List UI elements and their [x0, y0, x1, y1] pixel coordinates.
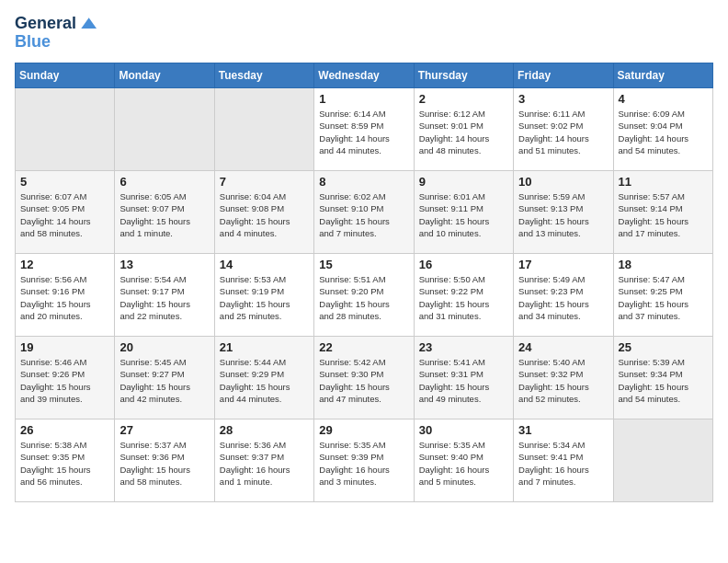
calendar-cell: 1Sunrise: 6:14 AMSunset: 8:59 PMDaylight…: [314, 88, 414, 171]
day-number: 14: [220, 258, 309, 271]
day-number: 12: [20, 258, 109, 271]
day-number: 23: [419, 340, 508, 354]
day-number: 21: [220, 340, 309, 354]
calendar-cell: 21Sunrise: 5:44 AMSunset: 9:29 PMDayligh…: [214, 337, 313, 419]
logo: General Blue: [15, 15, 97, 52]
day-number: 15: [319, 258, 408, 271]
day-number: 7: [220, 175, 309, 189]
day-number: 27: [119, 423, 209, 437]
day-number: 9: [419, 175, 508, 189]
day-number: 4: [619, 92, 708, 106]
calendar-cell: 20Sunrise: 5:45 AMSunset: 9:27 PMDayligh…: [115, 337, 214, 419]
day-number: 31: [518, 423, 608, 437]
calendar-cell: 9Sunrise: 6:01 AMSunset: 9:11 PMDaylight…: [414, 171, 513, 254]
calendar-cell: 23Sunrise: 5:41 AMSunset: 9:31 PMDayligh…: [414, 337, 513, 419]
day-info: Sunrise: 5:59 AMSunset: 9:13 PMDaylight:…: [518, 190, 608, 239]
day-info: Sunrise: 5:36 AMSunset: 9:37 PMDaylight:…: [220, 439, 309, 488]
svg-marker-0: [81, 18, 97, 29]
day-info: Sunrise: 5:35 AMSunset: 9:40 PMDaylight:…: [419, 439, 508, 488]
weekday-header-tuesday: Tuesday: [214, 63, 313, 88]
week-row-2: 5Sunrise: 6:07 AMSunset: 9:05 PMDaylight…: [16, 171, 713, 254]
calendar-cell: 14Sunrise: 5:53 AMSunset: 9:19 PMDayligh…: [214, 254, 313, 337]
day-number: 18: [619, 258, 708, 271]
day-number: 24: [518, 340, 608, 354]
calendar-cell: 19Sunrise: 5:46 AMSunset: 9:26 PMDayligh…: [16, 337, 115, 419]
week-row-1: 1Sunrise: 6:14 AMSunset: 8:59 PMDaylight…: [16, 88, 713, 171]
day-info: Sunrise: 5:56 AMSunset: 9:16 PMDaylight:…: [20, 273, 109, 322]
day-number: 10: [518, 175, 608, 189]
day-info: Sunrise: 5:47 AMSunset: 9:25 PMDaylight:…: [619, 273, 708, 322]
day-info: Sunrise: 5:41 AMSunset: 9:31 PMDaylight:…: [419, 356, 508, 405]
day-number: 25: [619, 340, 708, 354]
week-row-5: 26Sunrise: 5:38 AMSunset: 9:35 PMDayligh…: [16, 419, 713, 502]
calendar-cell: [613, 419, 712, 502]
calendar-table: SundayMondayTuesdayWednesdayThursdayFrid…: [15, 63, 713, 502]
calendar-cell: 6Sunrise: 6:05 AMSunset: 9:07 PMDaylight…: [115, 171, 214, 254]
day-info: Sunrise: 5:44 AMSunset: 9:29 PMDaylight:…: [220, 356, 309, 405]
day-info: Sunrise: 5:57 AMSunset: 9:14 PMDaylight:…: [619, 190, 708, 239]
calendar-cell: 11Sunrise: 5:57 AMSunset: 9:14 PMDayligh…: [613, 171, 712, 254]
day-info: Sunrise: 5:37 AMSunset: 9:36 PMDaylight:…: [119, 439, 209, 488]
page-header: General Blue: [15, 15, 713, 52]
day-number: 22: [319, 340, 408, 354]
day-number: 8: [319, 175, 408, 189]
day-number: 30: [419, 423, 508, 437]
day-number: 2: [419, 92, 508, 106]
day-number: 11: [619, 175, 708, 189]
day-number: 20: [119, 340, 209, 354]
calendar-cell: [115, 88, 214, 171]
day-info: Sunrise: 6:07 AMSunset: 9:05 PMDaylight:…: [20, 190, 109, 239]
weekday-header-row: SundayMondayTuesdayWednesdayThursdayFrid…: [16, 63, 713, 88]
day-number: 5: [20, 175, 109, 189]
weekday-header-wednesday: Wednesday: [314, 63, 414, 88]
weekday-header-saturday: Saturday: [613, 63, 712, 88]
day-info: Sunrise: 5:45 AMSunset: 9:27 PMDaylight:…: [119, 356, 209, 405]
day-info: Sunrise: 6:11 AMSunset: 9:02 PMDaylight:…: [518, 108, 608, 156]
day-number: 28: [220, 423, 309, 437]
calendar-cell: 16Sunrise: 5:50 AMSunset: 9:22 PMDayligh…: [414, 254, 513, 337]
day-info: Sunrise: 6:14 AMSunset: 8:59 PMDaylight:…: [319, 108, 408, 156]
calendar-cell: 26Sunrise: 5:38 AMSunset: 9:35 PMDayligh…: [16, 419, 115, 502]
day-number: 26: [20, 423, 109, 437]
calendar-cell: 25Sunrise: 5:39 AMSunset: 9:34 PMDayligh…: [613, 337, 712, 419]
calendar-cell: 28Sunrise: 5:36 AMSunset: 9:37 PMDayligh…: [214, 419, 313, 502]
weekday-header-thursday: Thursday: [414, 63, 513, 88]
day-number: 6: [119, 175, 209, 189]
logo-text: General Blue: [15, 15, 97, 52]
calendar-cell: 29Sunrise: 5:35 AMSunset: 9:39 PMDayligh…: [314, 419, 414, 502]
day-info: Sunrise: 5:35 AMSunset: 9:39 PMDaylight:…: [319, 439, 408, 488]
day-info: Sunrise: 5:51 AMSunset: 9:20 PMDaylight:…: [319, 273, 408, 322]
calendar-cell: 24Sunrise: 5:40 AMSunset: 9:32 PMDayligh…: [514, 337, 613, 419]
day-info: Sunrise: 6:09 AMSunset: 9:04 PMDaylight:…: [619, 108, 708, 156]
calendar-cell: 2Sunrise: 6:12 AMSunset: 9:01 PMDaylight…: [414, 88, 513, 171]
week-row-4: 19Sunrise: 5:46 AMSunset: 9:26 PMDayligh…: [16, 337, 713, 419]
calendar-cell: 13Sunrise: 5:54 AMSunset: 9:17 PMDayligh…: [115, 254, 214, 337]
day-number: 13: [119, 258, 209, 271]
calendar-cell: 10Sunrise: 5:59 AMSunset: 9:13 PMDayligh…: [514, 171, 613, 254]
calendar-cell: 12Sunrise: 5:56 AMSunset: 9:16 PMDayligh…: [16, 254, 115, 337]
day-info: Sunrise: 5:42 AMSunset: 9:30 PMDaylight:…: [319, 356, 408, 405]
calendar-cell: 15Sunrise: 5:51 AMSunset: 9:20 PMDayligh…: [314, 254, 414, 337]
logo-icon: [78, 15, 97, 33]
day-info: Sunrise: 5:49 AMSunset: 9:23 PMDaylight:…: [518, 273, 608, 322]
calendar-cell: 4Sunrise: 6:09 AMSunset: 9:04 PMDaylight…: [613, 88, 712, 171]
day-info: Sunrise: 5:38 AMSunset: 9:35 PMDaylight:…: [20, 439, 109, 488]
week-row-3: 12Sunrise: 5:56 AMSunset: 9:16 PMDayligh…: [16, 254, 713, 337]
day-info: Sunrise: 6:02 AMSunset: 9:10 PMDaylight:…: [319, 190, 408, 239]
day-info: Sunrise: 5:53 AMSunset: 9:19 PMDaylight:…: [220, 273, 309, 322]
calendar-cell: [16, 88, 115, 171]
calendar-cell: 8Sunrise: 6:02 AMSunset: 9:10 PMDaylight…: [314, 171, 414, 254]
calendar-cell: 18Sunrise: 5:47 AMSunset: 9:25 PMDayligh…: [613, 254, 712, 337]
calendar-cell: 3Sunrise: 6:11 AMSunset: 9:02 PMDaylight…: [514, 88, 613, 171]
day-info: Sunrise: 5:46 AMSunset: 9:26 PMDaylight:…: [20, 356, 109, 405]
day-info: Sunrise: 6:12 AMSunset: 9:01 PMDaylight:…: [419, 108, 508, 156]
day-info: Sunrise: 5:54 AMSunset: 9:17 PMDaylight:…: [119, 273, 209, 322]
day-number: 19: [20, 340, 109, 354]
day-info: Sunrise: 6:04 AMSunset: 9:08 PMDaylight:…: [220, 190, 309, 239]
day-number: 1: [319, 92, 408, 106]
day-number: 17: [518, 258, 608, 271]
calendar-cell: 17Sunrise: 5:49 AMSunset: 9:23 PMDayligh…: [514, 254, 613, 337]
calendar-cell: 7Sunrise: 6:04 AMSunset: 9:08 PMDaylight…: [214, 171, 313, 254]
weekday-header-monday: Monday: [115, 63, 214, 88]
calendar-cell: 5Sunrise: 6:07 AMSunset: 9:05 PMDaylight…: [16, 171, 115, 254]
